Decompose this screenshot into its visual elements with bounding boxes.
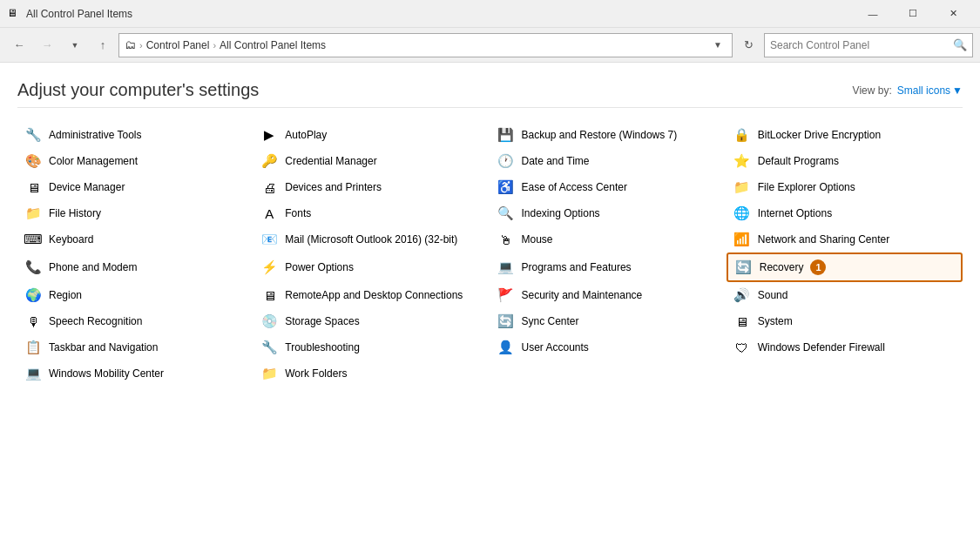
item-label: Date and Time <box>522 155 590 167</box>
control-item-recovery[interactable]: 🔄Recovery1 <box>727 252 963 282</box>
control-item-backup-and-restore-windows-7[interactable]: 💾Backup and Restore (Windows 7) <box>490 122 727 148</box>
maximize-button[interactable]: ☐ <box>893 0 933 28</box>
item-icon: 🖥 <box>260 286 278 304</box>
control-item-security-and-maintenance[interactable]: 🚩Security and Maintenance <box>490 282 727 308</box>
control-item-internet-options[interactable]: 🌐Internet Options <box>727 200 963 226</box>
item-icon: 🔧 <box>260 339 278 356</box>
item-icon: 🔄 <box>497 313 515 330</box>
control-item-sound[interactable]: 🔊Sound <box>727 282 963 308</box>
item-label: Color Management <box>49 155 138 167</box>
viewby-value[interactable]: Small icons ▼ <box>897 84 963 97</box>
item-label: Default Programs <box>758 155 839 167</box>
control-item-storage-spaces[interactable]: 💿Storage Spaces <box>253 308 490 334</box>
item-badge: 1 <box>810 259 826 275</box>
control-item-user-accounts[interactable]: 👤User Accounts <box>490 334 727 360</box>
item-label: File History <box>49 207 101 219</box>
control-item-sync-center[interactable]: 🔄Sync Center <box>490 308 727 334</box>
item-label: Region <box>49 289 82 301</box>
item-label: Backup and Restore (Windows 7) <box>522 129 678 141</box>
control-item-mail-microsoft-outlook-2016-32-bit[interactable]: 📧Mail (Microsoft Outlook 2016) (32-bit) <box>253 226 490 252</box>
control-item-remoteapp-and-desktop-connections[interactable]: 🖥RemoteApp and Desktop Connections <box>253 282 490 308</box>
item-icon: 📁 <box>260 365 278 382</box>
address-dropdown-button[interactable]: ▼ <box>709 34 727 57</box>
item-icon: 📁 <box>733 178 751 196</box>
control-item-windows-defender-firewall[interactable]: 🛡Windows Defender Firewall <box>727 334 963 360</box>
item-icon: 🖥 <box>24 178 42 196</box>
content-header: Adjust your computer's settings View by:… <box>17 80 963 108</box>
breadcrumb-sep-2: › <box>213 40 216 50</box>
control-item-ease-of-access-center[interactable]: ♿Ease of Access Center <box>490 174 727 200</box>
recent-button[interactable]: ▼ <box>63 33 87 57</box>
item-label: Programs and Features <box>522 261 632 273</box>
back-button[interactable]: ← <box>7 33 31 57</box>
control-item-windows-mobility-center[interactable]: 💻Windows Mobility Center <box>17 360 253 387</box>
item-label: Internet Options <box>758 207 832 219</box>
item-icon: ▶ <box>260 126 278 144</box>
control-item-phone-and-modem[interactable]: 📞Phone and Modem <box>17 252 253 282</box>
item-icon: 🔄 <box>735 259 753 276</box>
item-icon: ♿ <box>497 178 515 196</box>
control-item-taskbar-and-navigation[interactable]: 📋Taskbar and Navigation <box>17 334 253 360</box>
item-icon: 🌐 <box>733 205 751 222</box>
control-item-devices-and-printers[interactable]: 🖨Devices and Printers <box>253 174 490 200</box>
item-label: Sound <box>758 289 788 301</box>
item-label: Devices and Printers <box>285 181 382 193</box>
control-item-fonts[interactable]: AFonts <box>253 200 490 226</box>
item-icon: 💾 <box>497 126 515 144</box>
control-item-programs-and-features[interactable]: 💻Programs and Features <box>490 252 727 282</box>
address-box[interactable]: 🗂 › Control Panel › All Control Panel It… <box>118 33 733 57</box>
item-label: Network and Sharing Center <box>758 233 889 246</box>
search-input[interactable] <box>770 39 953 51</box>
control-item-file-history[interactable]: 📁File History <box>17 200 253 226</box>
control-item-indexing-options[interactable]: 🔍Indexing Options <box>490 200 727 226</box>
control-item-device-manager[interactable]: 🖥Device Manager <box>17 174 253 200</box>
control-item-speech-recognition[interactable]: 🎙Speech Recognition <box>17 308 253 334</box>
item-label: Administrative Tools <box>49 129 142 141</box>
refresh-button[interactable]: ↻ <box>736 33 760 57</box>
item-label: File Explorer Options <box>758 181 855 193</box>
control-item-network-and-sharing-center[interactable]: 📶Network and Sharing Center <box>727 226 963 252</box>
control-item-mouse[interactable]: 🖱Mouse <box>490 226 727 252</box>
up-button[interactable]: ↑ <box>91 33 115 57</box>
item-icon: 🚩 <box>497 286 515 304</box>
item-label: Sync Center <box>522 315 579 327</box>
breadcrumb-controlpanel[interactable]: Control Panel <box>146 39 210 51</box>
control-item-keyboard[interactable]: ⌨Keyboard <box>17 226 253 252</box>
control-item-date-and-time[interactable]: 🕐Date and Time <box>490 148 727 174</box>
item-icon: 🎙 <box>24 313 42 330</box>
minimize-button[interactable]: — <box>853 0 893 28</box>
forward-button[interactable]: → <box>35 33 59 57</box>
item-icon: ⭐ <box>733 152 751 170</box>
item-label: AutoPlay <box>285 129 327 141</box>
viewby-label: View by: <box>853 84 892 97</box>
item-icon: 🖥 <box>733 313 751 330</box>
item-label: Windows Defender Firewall <box>758 341 885 353</box>
control-item-color-management[interactable]: 🎨Color Management <box>17 148 253 174</box>
control-item-troubleshooting[interactable]: 🔧Troubleshooting <box>253 334 490 360</box>
item-icon: 👤 <box>497 339 515 356</box>
search-box[interactable]: 🔍 <box>764 33 973 57</box>
item-icon: ⚡ <box>260 259 278 276</box>
content-area: Adjust your computer's settings View by:… <box>0 63 980 552</box>
close-button[interactable]: ✕ <box>933 0 973 28</box>
control-item-region[interactable]: 🌍Region <box>17 282 253 308</box>
item-icon: 📶 <box>733 231 751 248</box>
item-icon: 📁 <box>24 205 42 222</box>
control-item-power-options[interactable]: ⚡Power Options <box>253 252 490 282</box>
control-item-work-folders[interactable]: 📁Work Folders <box>253 360 490 387</box>
item-icon: 🛡 <box>733 339 751 356</box>
control-item-default-programs[interactable]: ⭐Default Programs <box>727 148 963 174</box>
item-label: Fonts <box>285 207 311 219</box>
control-item-system[interactable]: 🖥System <box>727 308 963 334</box>
breadcrumb-allitems[interactable]: All Control Panel Items <box>220 39 326 51</box>
control-item-administrative-tools[interactable]: 🔧Administrative Tools <box>17 122 253 148</box>
control-item-file-explorer-options[interactable]: 📁File Explorer Options <box>727 174 963 200</box>
chevron-down-icon: ▼ <box>952 84 963 97</box>
item-label: Storage Spaces <box>285 315 359 327</box>
control-item-credential-manager[interactable]: 🔑Credential Manager <box>253 148 490 174</box>
titlebar-controls: — ☐ ✕ <box>853 0 973 28</box>
control-item-autoplay[interactable]: ▶AutoPlay <box>253 122 490 148</box>
item-icon: 📧 <box>260 231 278 248</box>
control-item-bitlocker-drive-encryption[interactable]: 🔒BitLocker Drive Encryption <box>727 122 963 148</box>
titlebar: 🖥 All Control Panel Items — ☐ ✕ <box>0 0 980 28</box>
